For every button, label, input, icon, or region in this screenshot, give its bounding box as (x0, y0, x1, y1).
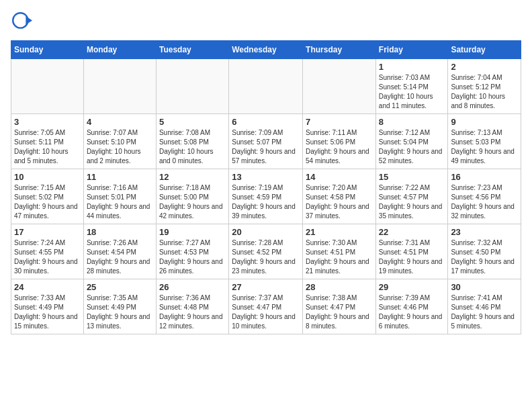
calendar-cell: 10Sunrise: 7:15 AM Sunset: 5:02 PM Dayli… (11, 169, 84, 224)
calendar: SundayMondayTuesdayWednesdayThursdayFrid… (11, 40, 521, 334)
day-number: 3 (14, 117, 81, 127)
calendar-cell: 20Sunrise: 7:28 AM Sunset: 4:52 PM Dayli… (229, 224, 303, 279)
calendar-cell: 1Sunrise: 7:03 AM Sunset: 5:14 PM Daylig… (375, 59, 448, 114)
day-info: Sunrise: 7:39 AM Sunset: 4:46 PM Dayligh… (379, 293, 445, 331)
day-number: 22 (379, 227, 445, 237)
day-info: Sunrise: 7:20 AM Sunset: 4:58 PM Dayligh… (306, 183, 373, 221)
day-number: 13 (232, 172, 300, 182)
calendar-cell: 9Sunrise: 7:13 AM Sunset: 5:03 PM Daylig… (448, 114, 521, 169)
day-info: Sunrise: 7:15 AM Sunset: 5:02 PM Dayligh… (14, 183, 81, 221)
calendar-cell: 25Sunrise: 7:35 AM Sunset: 4:49 PM Dayli… (83, 279, 156, 334)
calendar-cell: 13Sunrise: 7:19 AM Sunset: 4:59 PM Dayli… (229, 169, 303, 224)
day-number: 6 (232, 117, 300, 127)
day-number: 18 (87, 227, 153, 237)
calendar-cell: 15Sunrise: 7:22 AM Sunset: 4:57 PM Dayli… (375, 169, 448, 224)
calendar-cell: 21Sunrise: 7:30 AM Sunset: 4:51 PM Dayli… (303, 224, 376, 279)
day-number: 12 (159, 172, 226, 182)
day-info: Sunrise: 7:28 AM Sunset: 4:52 PM Dayligh… (232, 238, 300, 276)
svg-point-0 (13, 13, 28, 28)
day-number: 7 (306, 117, 373, 127)
day-info: Sunrise: 7:19 AM Sunset: 4:59 PM Dayligh… (232, 183, 300, 221)
day-info: Sunrise: 7:26 AM Sunset: 4:54 PM Dayligh… (87, 238, 153, 276)
day-number: 21 (306, 227, 373, 237)
day-number: 5 (159, 117, 226, 127)
day-number: 4 (87, 117, 153, 127)
day-number: 14 (306, 172, 373, 182)
week-row-1: 1Sunrise: 7:03 AM Sunset: 5:14 PM Daylig… (11, 59, 521, 114)
day-number: 16 (451, 172, 518, 182)
day-info: Sunrise: 7:36 AM Sunset: 4:48 PM Dayligh… (159, 293, 226, 331)
day-number: 2 (451, 62, 518, 72)
day-header-thursday: Thursday (303, 41, 376, 59)
day-info: Sunrise: 7:31 AM Sunset: 4:51 PM Dayligh… (379, 238, 445, 276)
calendar-cell: 23Sunrise: 7:32 AM Sunset: 4:50 PM Dayli… (448, 224, 521, 279)
calendar-cell (11, 59, 84, 114)
calendar-cell: 18Sunrise: 7:26 AM Sunset: 4:54 PM Dayli… (83, 224, 156, 279)
calendar-cell: 12Sunrise: 7:18 AM Sunset: 5:00 PM Dayli… (156, 169, 228, 224)
day-number: 15 (379, 172, 445, 182)
day-info: Sunrise: 7:33 AM Sunset: 4:49 PM Dayligh… (14, 293, 81, 331)
day-info: Sunrise: 7:08 AM Sunset: 5:08 PM Dayligh… (159, 128, 226, 166)
svg-marker-1 (26, 16, 32, 25)
day-number: 29 (379, 282, 445, 292)
page-header (11, 11, 521, 32)
day-number: 30 (451, 282, 518, 292)
day-info: Sunrise: 7:11 AM Sunset: 5:06 PM Dayligh… (306, 128, 373, 166)
day-number: 1 (379, 62, 445, 72)
day-header-tuesday: Tuesday (156, 41, 228, 59)
logo-icon (11, 11, 32, 32)
day-header-friday: Friday (375, 41, 448, 59)
day-header-monday: Monday (83, 41, 156, 59)
day-info: Sunrise: 7:38 AM Sunset: 4:47 PM Dayligh… (306, 293, 373, 331)
week-row-5: 24Sunrise: 7:33 AM Sunset: 4:49 PM Dayli… (11, 279, 521, 334)
day-info: Sunrise: 7:07 AM Sunset: 5:10 PM Dayligh… (87, 128, 153, 166)
header-row: SundayMondayTuesdayWednesdayThursdayFrid… (11, 41, 521, 59)
calendar-cell: 14Sunrise: 7:20 AM Sunset: 4:58 PM Dayli… (303, 169, 376, 224)
day-header-saturday: Saturday (448, 41, 521, 59)
day-number: 19 (159, 227, 226, 237)
logo (11, 11, 35, 32)
day-number: 8 (379, 117, 445, 127)
day-header-sunday: Sunday (11, 41, 84, 59)
calendar-cell (83, 59, 156, 114)
day-info: Sunrise: 7:32 AM Sunset: 4:50 PM Dayligh… (451, 238, 518, 276)
calendar-cell: 8Sunrise: 7:12 AM Sunset: 5:04 PM Daylig… (375, 114, 448, 169)
calendar-cell: 4Sunrise: 7:07 AM Sunset: 5:10 PM Daylig… (83, 114, 156, 169)
day-number: 10 (14, 172, 81, 182)
week-row-4: 17Sunrise: 7:24 AM Sunset: 4:55 PM Dayli… (11, 224, 521, 279)
day-info: Sunrise: 7:12 AM Sunset: 5:04 PM Dayligh… (379, 128, 445, 166)
calendar-cell: 16Sunrise: 7:23 AM Sunset: 4:56 PM Dayli… (448, 169, 521, 224)
day-info: Sunrise: 7:09 AM Sunset: 5:07 PM Dayligh… (232, 128, 300, 166)
calendar-cell: 22Sunrise: 7:31 AM Sunset: 4:51 PM Dayli… (375, 224, 448, 279)
day-info: Sunrise: 7:23 AM Sunset: 4:56 PM Dayligh… (451, 183, 518, 221)
day-info: Sunrise: 7:13 AM Sunset: 5:03 PM Dayligh… (451, 128, 518, 166)
day-info: Sunrise: 7:37 AM Sunset: 4:47 PM Dayligh… (232, 293, 300, 331)
calendar-cell: 24Sunrise: 7:33 AM Sunset: 4:49 PM Dayli… (11, 279, 84, 334)
calendar-cell: 28Sunrise: 7:38 AM Sunset: 4:47 PM Dayli… (303, 279, 376, 334)
calendar-cell: 5Sunrise: 7:08 AM Sunset: 5:08 PM Daylig… (156, 114, 228, 169)
calendar-cell: 6Sunrise: 7:09 AM Sunset: 5:07 PM Daylig… (229, 114, 303, 169)
day-info: Sunrise: 7:22 AM Sunset: 4:57 PM Dayligh… (379, 183, 445, 221)
day-info: Sunrise: 7:30 AM Sunset: 4:51 PM Dayligh… (306, 238, 373, 276)
day-info: Sunrise: 7:05 AM Sunset: 5:11 PM Dayligh… (14, 128, 81, 166)
day-info: Sunrise: 7:27 AM Sunset: 4:53 PM Dayligh… (159, 238, 226, 276)
day-info: Sunrise: 7:24 AM Sunset: 4:55 PM Dayligh… (14, 238, 81, 276)
calendar-cell: 11Sunrise: 7:16 AM Sunset: 5:01 PM Dayli… (83, 169, 156, 224)
calendar-cell: 3Sunrise: 7:05 AM Sunset: 5:11 PM Daylig… (11, 114, 84, 169)
day-number: 17 (14, 227, 81, 237)
calendar-cell: 2Sunrise: 7:04 AM Sunset: 5:12 PM Daylig… (448, 59, 521, 114)
day-number: 23 (451, 227, 518, 237)
day-number: 20 (232, 227, 300, 237)
day-number: 11 (87, 172, 153, 182)
day-number: 28 (306, 282, 373, 292)
calendar-cell: 7Sunrise: 7:11 AM Sunset: 5:06 PM Daylig… (303, 114, 376, 169)
day-number: 24 (14, 282, 81, 292)
calendar-cell (303, 59, 376, 114)
calendar-cell: 17Sunrise: 7:24 AM Sunset: 4:55 PM Dayli… (11, 224, 84, 279)
calendar-cell: 27Sunrise: 7:37 AM Sunset: 4:47 PM Dayli… (229, 279, 303, 334)
calendar-cell (229, 59, 303, 114)
day-info: Sunrise: 7:18 AM Sunset: 5:00 PM Dayligh… (159, 183, 226, 221)
day-number: 25 (87, 282, 153, 292)
day-number: 9 (451, 117, 518, 127)
calendar-cell: 29Sunrise: 7:39 AM Sunset: 4:46 PM Dayli… (375, 279, 448, 334)
